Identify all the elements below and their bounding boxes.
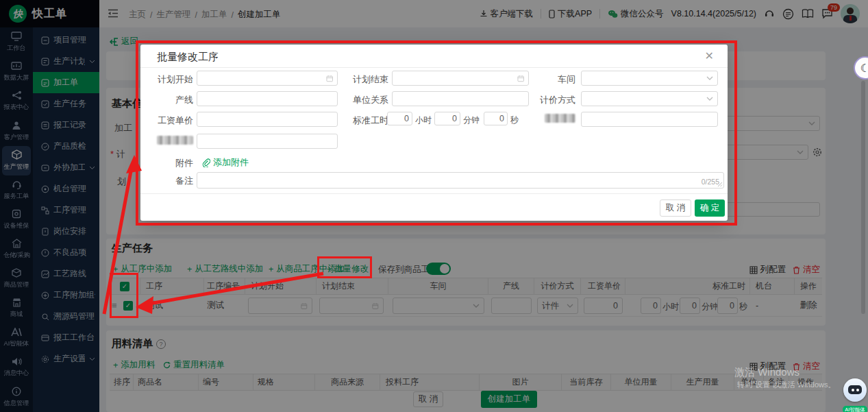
modal-footer-divider [140,193,728,194]
ai-assistant-button[interactable]: AI智能体 [841,378,868,410]
modal-cancel-button[interactable]: 取 消 [660,199,691,217]
redacted-field-input[interactable] [581,112,718,127]
modal-confirm-button[interactable]: 确 定 [695,199,725,217]
modal-title: 批量修改工序 [157,51,219,64]
std-minute-input[interactable] [434,112,460,125]
wage-label: 工资单价 [140,114,193,127]
wage-input[interactable] [197,112,338,127]
std-time-label: 标准工时 [319,114,388,127]
note-textarea[interactable]: 0/255 [197,172,724,189]
redacted-field-input-2[interactable] [197,134,338,149]
line-input[interactable] [197,91,338,106]
line-label: 产线 [140,94,193,106]
plan-end-label: 计划结束 [319,73,388,86]
robot-icon [843,378,867,402]
unit-relation-label: 单位关系 [319,94,388,106]
chevron-down-icon [706,76,713,80]
modal-header-divider [140,67,728,68]
workshop-select[interactable] [581,71,718,86]
minute-unit: 分钟 [463,114,480,126]
resize-handle[interactable] [717,182,723,187]
plan-start-input[interactable] [197,71,338,86]
redacted-field-label [545,114,575,123]
add-attachment-button[interactable]: 添加附件 [202,156,249,169]
ai-assistant-label: AI智能体 [843,406,867,412]
workshop-label: 车间 [507,73,575,86]
chevron-down-icon [706,97,713,101]
plan-start-label: 计划开始 [140,73,193,86]
paperclip-icon [202,158,210,167]
hour-unit: 小时 [415,114,432,126]
batch-edit-modal: 批量修改工序 ✕ 计划开始 计划结束 车间 产线 单位关系 计价方式 工资单价 … [140,45,728,221]
note-label: 备注 [140,175,193,187]
pricing-label: 计价方式 [507,94,575,106]
std-second-input[interactable] [484,112,508,125]
close-icon[interactable]: ✕ [705,49,714,62]
std-hour-input[interactable] [387,112,412,125]
pricing-select[interactable] [581,91,718,106]
redacted-field-label [157,136,193,145]
second-unit: 秒 [510,114,519,126]
attachment-label: 附件 [140,157,193,169]
